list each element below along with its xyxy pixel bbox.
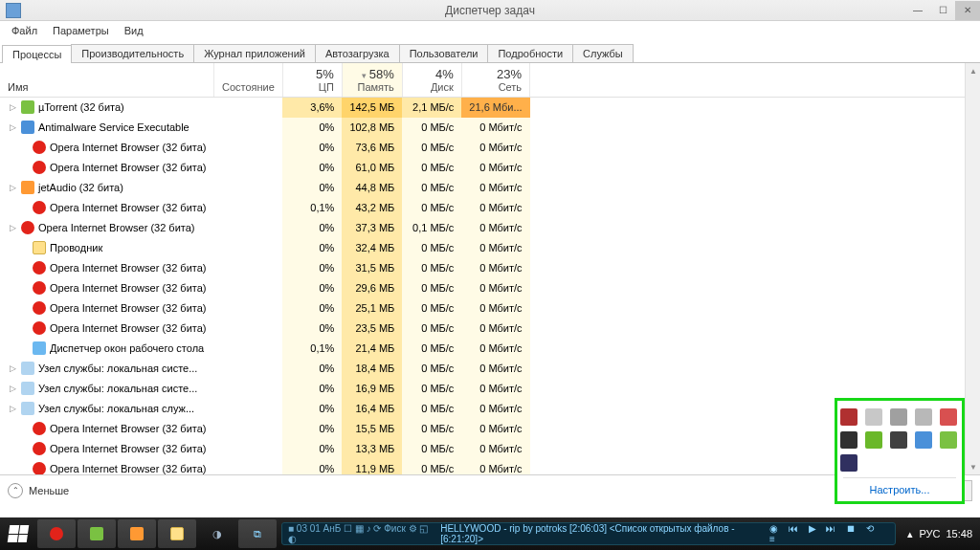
tab-performance[interactable]: Производительность <box>71 44 194 62</box>
memory-value: 73,6 МБ <box>342 138 402 158</box>
menu-file[interactable]: Файл <box>4 23 45 38</box>
process-name: Opera Internet Browser (32 бита) <box>50 463 206 474</box>
scroll-down-icon[interactable]: ▼ <box>966 459 980 474</box>
tray-icon[interactable] <box>840 454 858 472</box>
taskbar: ◑ ⧉ ■ 03 01 АнБ ☐ ▦ ♪ ⟳ Фиск ⚙ ◱ ◐ HELLY… <box>0 517 980 550</box>
process-row[interactable]: ▷Узел службы: локальная служ...0%16,4 МБ… <box>0 399 965 419</box>
tab-startup[interactable]: Автозагрузка <box>315 44 400 62</box>
taskbar-item[interactable]: ⧉ <box>238 519 277 548</box>
cpu-value: 3,6% <box>282 98 342 118</box>
disk-value: 0 МБ/с <box>402 319 461 339</box>
process-row[interactable]: Проводник0%32,4 МБ0 МБ/с0 Мбит/с <box>0 238 965 258</box>
tray-icon[interactable] <box>915 431 932 449</box>
cpu-value: 0% <box>282 319 342 339</box>
clock[interactable]: 15:48 <box>946 528 972 539</box>
process-row[interactable]: ▷Узел службы: локальная систе...0%16,9 М… <box>0 379 965 399</box>
disk-value: 0 МБ/с <box>402 278 461 298</box>
network-value: 0 Мбит/с <box>461 359 529 379</box>
taskbar-item[interactable] <box>158 519 196 548</box>
tray-icon[interactable] <box>840 408 858 426</box>
process-name: Диспетчер окон рабочего стола <box>50 342 204 354</box>
process-name: Узел службы: локальная систе... <box>38 383 197 394</box>
process-row[interactable]: Диспетчер окон рабочего стола0,1%21,4 МБ… <box>0 339 965 359</box>
memory-value: 37,3 МБ <box>342 218 402 238</box>
disk-value: 0 МБ/с <box>402 198 461 218</box>
scroll-up-icon[interactable]: ▲ <box>966 63 980 78</box>
process-row[interactable]: Opera Internet Browser (32 бита)0%23,5 М… <box>0 319 965 339</box>
process-row[interactable]: Opera Internet Browser (32 бита)0%61,0 М… <box>0 158 965 178</box>
opera-icon <box>33 281 46 295</box>
process-table: Имя Состояние 5%ЦП 58%Память 4%Диск 23%С… <box>0 63 965 474</box>
process-row[interactable]: ▷Antimalware Service Executable0%102,8 М… <box>0 118 965 138</box>
process-row[interactable]: Opera Internet Browser (32 бита)0%31,5 М… <box>0 258 965 278</box>
col-network[interactable]: 23%Сеть <box>461 63 529 98</box>
tray-icon[interactable] <box>865 408 882 426</box>
tray-icon[interactable] <box>865 431 882 449</box>
cpu-value: 0% <box>282 359 342 379</box>
expand-icon[interactable]: ▷ <box>8 223 17 232</box>
process-row[interactable]: ▷Opera Internet Browser (32 бита)0%37,3 … <box>0 218 965 238</box>
tray-chevron-icon[interactable]: ▴ <box>907 528 913 540</box>
taskbar-item[interactable] <box>118 519 156 548</box>
cpu-value: 0% <box>282 178 342 198</box>
start-button[interactable] <box>0 517 36 550</box>
disk-value: 0 МБ/с <box>402 258 461 278</box>
disk-value: 0 МБ/с <box>402 459 461 475</box>
process-row[interactable]: Opera Internet Browser (32 бита)0%73,6 М… <box>0 138 965 158</box>
tray-icon[interactable] <box>840 431 858 449</box>
taskbar-item[interactable] <box>78 519 116 548</box>
menu-options[interactable]: Параметры <box>45 23 117 38</box>
menu-view[interactable]: Вид <box>117 23 151 38</box>
process-name: µTorrent (32 бита) <box>38 101 124 113</box>
tray-icon[interactable] <box>940 431 957 449</box>
expand-icon[interactable]: ▷ <box>8 404 17 413</box>
expand-icon[interactable]: ▷ <box>8 363 17 373</box>
scrollbar[interactable]: ▲ ▼ <box>965 63 980 474</box>
tray-icon[interactable] <box>890 408 907 426</box>
expand-icon[interactable]: ▷ <box>8 183 17 192</box>
tray-icon[interactable] <box>940 408 957 426</box>
cpu-value: 0,1% <box>282 339 342 359</box>
process-row[interactable]: Opera Internet Browser (32 бита)0%11,9 М… <box>0 459 965 475</box>
col-state[interactable]: Состояние <box>213 63 282 98</box>
network-value: 0 Мбит/с <box>461 138 529 158</box>
cpu-value: 0% <box>282 399 342 419</box>
process-row[interactable]: Opera Internet Browser (32 бита)0%29,6 М… <box>0 278 965 298</box>
process-name: Opera Internet Browser (32 бита) <box>50 443 206 454</box>
process-row[interactable]: ▷jetAudio (32 бита)0%44,8 МБ0 МБ/с0 Мбит… <box>0 178 965 198</box>
opera-icon <box>33 321 46 335</box>
network-value: 0 Мбит/с <box>461 218 529 238</box>
expand-icon[interactable]: ▷ <box>8 102 17 112</box>
tab-details[interactable]: Подробности <box>487 44 573 62</box>
taskbar-item[interactable] <box>37 519 76 548</box>
process-row[interactable]: Opera Internet Browser (32 бита)0,1%43,2… <box>0 198 965 218</box>
process-row[interactable]: Opera Internet Browser (32 бита)0%15,5 М… <box>0 419 965 439</box>
process-row[interactable]: ▷Узел службы: локальная систе...0%18,4 М… <box>0 359 965 379</box>
process-row[interactable]: Opera Internet Browser (32 бита)0%25,1 М… <box>0 298 965 319</box>
memory-value: 16,4 МБ <box>342 399 402 419</box>
process-row[interactable]: Opera Internet Browser (32 бита)0%13,3 М… <box>0 439 965 459</box>
process-name: Узел службы: локальная систе... <box>38 363 197 374</box>
tab-users[interactable]: Пользователи <box>399 44 489 62</box>
cpu-value: 0% <box>282 459 342 475</box>
fewer-details-button[interactable]: ⌃ Меньше <box>8 483 69 498</box>
disk-value: 0 МБ/с <box>402 178 461 198</box>
expand-icon[interactable]: ▷ <box>8 122 17 132</box>
tab-apphistory[interactable]: Журнал приложений <box>193 44 316 62</box>
tab-processes[interactable]: Процессы <box>2 45 72 63</box>
tab-services[interactable]: Службы <box>572 44 634 62</box>
network-value: 0 Мбит/с <box>461 278 529 298</box>
col-disk[interactable]: 4%Диск <box>402 63 461 98</box>
col-memory[interactable]: 58%Память <box>342 63 402 98</box>
taskbar-item[interactable]: ◑ <box>198 519 236 548</box>
expand-icon[interactable]: ▷ <box>8 384 17 393</box>
tray-overflow-popup: Настроить... <box>835 398 965 504</box>
process-row[interactable]: ▷µTorrent (32 бита)3,6%142,5 МБ2,1 МБ/с2… <box>0 98 965 118</box>
tray-configure-link[interactable]: Настроить... <box>843 477 956 497</box>
language-indicator[interactable]: РУС <box>919 528 940 539</box>
col-name[interactable]: Имя <box>0 63 213 98</box>
tray-icon[interactable] <box>890 431 907 449</box>
media-player-bar[interactable]: ■ 03 01 АнБ ☐ ▦ ♪ ⟳ Фиск ⚙ ◱ ◐ HELLYWOOD… <box>281 522 896 545</box>
col-cpu[interactable]: 5%ЦП <box>282 63 342 98</box>
tray-icon[interactable] <box>915 408 932 426</box>
